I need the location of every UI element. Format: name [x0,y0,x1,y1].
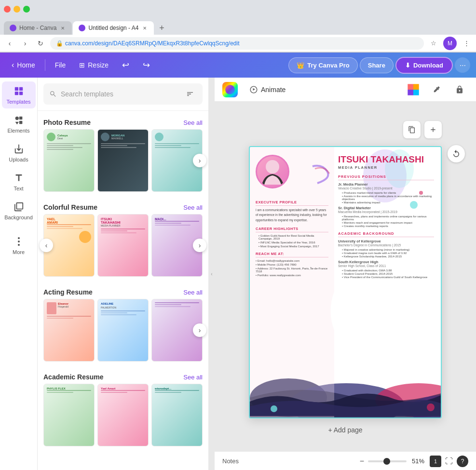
new-tab-btn[interactable]: + [155,21,168,35]
template-card-pr1[interactable]: Cahaya Dewi [43,129,95,192]
refresh-btn[interactable]: ↻ [35,38,46,49]
canvas-scroll[interactable]: ITSUKI TAKAHASHI MEDIA PLANNER PREVIOUS … [215,102,476,451]
rotate-icon [452,149,461,158]
more-options-btn[interactable]: ⋯ [455,57,470,73]
tab2-label: Untitled design - A4 [88,25,138,31]
exec-profile-heading: EXECUTIVE PROFILE [256,200,328,206]
browser-tab-2[interactable]: Untitled design - A4 ✕ [73,21,154,35]
resize-btn[interactable]: ⊞ Resize [73,58,114,72]
bookmark-btn[interactable]: ☆ [428,38,439,49]
previous-positions-heading: PREVIOUS POSITIONS [338,175,434,180]
svg-point-15 [409,395,442,418]
template-card-ar1[interactable]: Eleanor Fitzgerald [43,299,95,362]
account-btn[interactable]: M [443,37,457,50]
help-btn[interactable]: ? [457,456,468,467]
svg-rect-0 [14,87,18,91]
photo-resume-nav-right[interactable]: › [193,154,206,167]
templates-label: Templates [6,99,30,105]
browser-titlebar [0,0,476,18]
window-close-btn[interactable] [4,6,11,13]
browser-menu-btn[interactable]: ⋮ [461,38,472,49]
window-max-btn[interactable] [23,6,30,13]
panel-collapse-handle[interactable]: ‹ [209,78,215,470]
back-btn[interactable]: ‹ [4,38,15,49]
fullscreen-btn[interactable]: ⛶ [445,457,453,466]
animate-btn[interactable]: Animate [244,82,291,97]
canvas-page[interactable]: ITSUKI TAKAHASHI MEDIA PLANNER PREVIOUS … [249,146,442,418]
colorful-resume-nav-left[interactable]: ‹ [40,239,53,252]
zoom-value: 51% [410,457,426,465]
search-input[interactable] [61,90,179,98]
undo-btn[interactable]: ↩ [116,57,135,73]
share-btn[interactable]: Share [360,57,394,73]
color-palette-icon [407,83,420,96]
svg-rect-10 [408,90,413,95]
add-page-btn[interactable]: + Add page [249,426,442,434]
zoom-slider[interactable] [368,460,407,462]
resume-title: MEDIA PLANNER [338,165,434,170]
rotate-btn[interactable] [448,145,465,162]
templates-icon [13,85,25,97]
notes-btn[interactable]: Notes [222,457,239,465]
window-min-btn[interactable] [14,6,20,13]
lock-btn[interactable] [451,81,468,98]
duplicate-page-btn[interactable] [403,121,421,138]
jr-title: Jr. Media Planner [338,182,434,187]
sidebar-item-background[interactable]: Background [2,197,36,224]
download-btn[interactable]: ⬇ Download [395,57,453,74]
sidebar-item-elements[interactable]: Elements [2,110,36,137]
sidebar-item-text[interactable]: Text [2,168,36,195]
template-card-acr3[interactable]: wianadapt... [151,384,203,446]
template-card-cr2[interactable]: ITSUKI TAKAHASHI MEDIA PLANNER [97,214,149,277]
section-header-colorful-resume: Colorful Resume See all [38,200,208,214]
file-btn[interactable]: File [49,58,72,72]
svg-rect-1 [19,87,22,91]
academic-resume-see-all[interactable]: See all [183,374,203,381]
jr-company: Vevacio Creative Studio | 2019-present [338,187,434,190]
sidebar-item-templates[interactable]: Templates [2,81,36,108]
uploads-icon [13,143,25,155]
acting-resume-see-all[interactable]: See all [183,289,203,296]
person-silhouette [259,158,286,187]
crown-icon: 👑 [297,62,304,69]
uploads-label: Uploads [9,157,28,162]
svg-point-7 [225,85,235,94]
career-bullet-1: • Golden Guild Award for Best Social Med… [256,234,328,240]
zoom-thumb[interactable] [383,458,390,465]
background-icon [13,201,25,213]
tab1-close[interactable]: ✕ [59,25,66,31]
tab2-close[interactable]: ✕ [141,25,148,31]
career-heading: CAREER HIGHLIGHTS [256,227,328,232]
template-card-pr2[interactable]: MORGAN MAXWELL [97,129,149,192]
home-btn[interactable]: ‹ Home [6,58,41,72]
search-bar[interactable] [43,83,203,105]
redo-btn[interactable]: ↪ [137,57,156,73]
template-card-acr1[interactable]: PHYLIS FLEX [43,384,95,446]
tab1-label: Home - Canva [19,25,56,31]
left-col-content: EXECUTIVE PROFILE I am a communications … [250,200,334,278]
sidebar-icons: Templates Elements Uploads Text Backgrou… [0,78,38,470]
sidebar-item-uploads[interactable]: Uploads [2,139,36,166]
try-pro-label: Try Canva Pro [307,62,349,69]
sidebar-item-more[interactable]: More [2,232,36,259]
filter-btn[interactable] [183,87,197,101]
pipette-btn[interactable] [428,81,445,98]
hs-bullet-1: • Graduated with distinction; GWA 3.88 [338,269,434,272]
template-card-ar2[interactable]: ADELINE PALMERTION [97,299,149,362]
zoom-minus-btn[interactable]: − [360,457,364,466]
try-pro-btn[interactable]: 👑 Try Canva Pro [288,57,357,73]
browser-tab-1[interactable]: Home - Canva ✕ [4,21,72,35]
colorful-resume-nav-right[interactable]: › [193,239,206,252]
svg-point-26 [427,403,435,411]
color-palette-btn[interactable] [405,81,422,98]
template-card-acr2[interactable]: Yael Amari [97,384,149,446]
photo-resume-see-all[interactable]: See all [183,119,203,126]
address-bar[interactable]: 🔒 canva.com/design/DAEq6SRMRpQ/MEkqxR3t8… [50,37,424,50]
add-page-icon-btn[interactable] [424,121,442,138]
resize-label: Resize [88,61,109,69]
colorful-resume-see-all[interactable]: See all [183,204,203,211]
forward-btn[interactable]: › [19,38,31,49]
university: University of Kellergrove [338,239,434,243]
window-controls[interactable] [4,6,30,13]
acting-resume-nav-right[interactable]: › [193,323,206,337]
